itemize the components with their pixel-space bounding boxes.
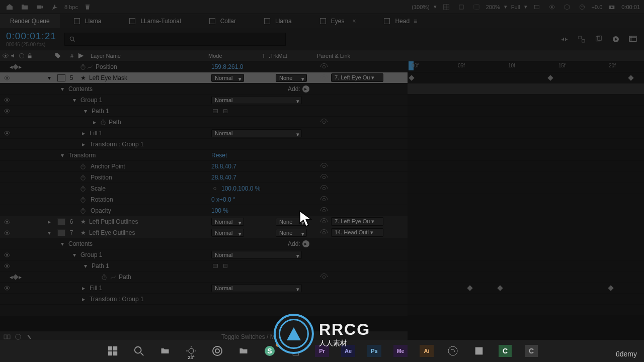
snapshot-icon[interactable]	[606, 3, 617, 12]
t-header[interactable]: T	[259, 53, 269, 59]
twirl-down-icon[interactable]: ▾	[71, 252, 77, 258]
transform-group-label[interactable]: Transform : Group 1	[90, 141, 144, 148]
illustrator-icon[interactable]: Ai	[417, 343, 437, 359]
layer-row-7[interactable]: ▾ 7 ★ Left Eye Outlines Normal▾ None▾ 14…	[0, 227, 408, 238]
path-direction-icon[interactable]	[221, 262, 229, 269]
transform-group-label[interactable]: Transform : Group 1	[90, 296, 144, 303]
zoom2-label[interactable]: 200%	[486, 4, 500, 10]
twirl-down-icon[interactable]: ▾	[83, 263, 89, 269]
keyframe[interactable]	[628, 75, 633, 80]
twirl-right-icon[interactable]: ▸	[92, 119, 98, 125]
layer-label-color[interactable]	[57, 74, 65, 81]
stopwatch-icon[interactable]	[79, 63, 87, 70]
twirl-right-icon[interactable]: ▸	[80, 285, 87, 291]
tab-head[interactable]: Head≡	[370, 14, 431, 28]
chrome-icon[interactable]	[207, 343, 227, 359]
solo-icon[interactable]	[18, 52, 25, 59]
cube-icon[interactable]	[561, 3, 573, 12]
blend-mode-select[interactable]: Normal▾	[211, 251, 302, 259]
eye-icon[interactable]	[4, 218, 11, 225]
trkmat-select[interactable]: None▾	[276, 229, 307, 237]
trkmat-header[interactable]: .TrkMat	[269, 53, 317, 59]
stopwatch-icon[interactable]	[79, 174, 87, 181]
eye-icon[interactable]	[4, 97, 11, 104]
keyframe[interactable]	[608, 285, 613, 291]
twirl-right-icon[interactable]: ▸	[80, 141, 87, 147]
tab-llama-1[interactable]: Llama	[60, 14, 116, 28]
time-ruler[interactable]: 00f 05f 10f 15f 20f	[408, 61, 644, 72]
property-value[interactable]: 100.0,100.0 %	[221, 185, 260, 192]
pickwhip-icon[interactable]	[320, 185, 328, 193]
path1-label[interactable]: Path 1	[92, 262, 109, 269]
twirl-down-icon[interactable]: ▾	[59, 241, 65, 247]
pickwhip-icon[interactable]	[320, 162, 328, 170]
path-label[interactable]: Path	[119, 274, 131, 281]
tab-menu-icon[interactable]: ≡	[414, 18, 417, 25]
graph-icon[interactable]	[110, 274, 117, 281]
lock-icon[interactable]	[26, 52, 33, 59]
grid-icon[interactable]	[441, 3, 452, 12]
add-button[interactable]: ▸	[302, 85, 309, 93]
home-icon[interactable]	[4, 3, 15, 12]
twirl-down-icon[interactable]: ▾	[46, 230, 52, 236]
keyframe[interactable]	[497, 285, 503, 291]
mode-header[interactable]: Mode	[208, 53, 259, 59]
explorer-icon[interactable]	[155, 343, 175, 359]
fill1-label[interactable]: Fill 1	[90, 285, 102, 292]
resolution-label[interactable]: Full	[511, 4, 520, 10]
path-rect-icon[interactable]	[211, 108, 219, 115]
group-label[interactable]: Group 1	[80, 251, 102, 258]
pickwhip-icon[interactable]	[320, 218, 328, 226]
transform-label[interactable]: Transform	[68, 152, 96, 159]
eye-icon[interactable]	[2, 52, 9, 59]
bpc-label[interactable]: 8 bpc	[64, 4, 78, 10]
render-queue-tab[interactable]: Render Queue	[0, 14, 60, 28]
layer-name[interactable]: Left Eye Outlines	[89, 229, 135, 236]
parent-select[interactable]: 7. Left Eye Ou ▾	[331, 217, 383, 226]
view-icon[interactable]	[546, 3, 557, 12]
twirl-right-icon[interactable]: ▸	[46, 219, 52, 225]
timeline[interactable]: 00f 05f 10f 15f 20f	[408, 61, 644, 316]
next-kf-icon[interactable]: ▸	[19, 274, 22, 281]
parent-select[interactable]: 14. Head Outl ▾	[331, 228, 383, 237]
stopwatch-icon[interactable]	[79, 196, 87, 203]
layer-label-color[interactable]	[57, 229, 65, 236]
exposure-label[interactable]: +0.0	[592, 4, 603, 10]
label-icon[interactable]	[77, 52, 85, 59]
twirl-down-icon[interactable]: ▾	[83, 108, 89, 114]
stopwatch-icon[interactable]	[79, 207, 87, 214]
copy-icon[interactable]	[594, 34, 604, 44]
pickwhip-icon[interactable]	[320, 196, 328, 204]
layer-name[interactable]: Left Eye Mask	[89, 74, 127, 81]
search-input[interactable]	[64, 33, 286, 46]
stopwatch-icon[interactable]	[100, 119, 107, 126]
pickwhip-icon[interactable]	[320, 173, 328, 182]
property-value[interactable]: 100 %	[211, 207, 228, 214]
group-label[interactable]: Group 1	[80, 97, 102, 104]
stopwatch-icon[interactable]	[79, 185, 87, 192]
twirl-right-icon[interactable]: ▸	[80, 296, 87, 302]
stopwatch-icon[interactable]	[79, 163, 87, 170]
path-label[interactable]: Path	[109, 119, 121, 126]
parent-header[interactable]: Parent & Link	[317, 53, 392, 59]
app2-icon[interactable]: C	[521, 343, 541, 359]
kf-diamond-icon[interactable]	[13, 274, 18, 280]
draft3d-icon[interactable]	[577, 34, 587, 44]
blend-mode-select[interactable]: Normal▾	[211, 129, 302, 137]
eye-icon[interactable]	[4, 285, 11, 292]
arrow-icon[interactable]	[49, 3, 60, 12]
trash-icon[interactable]	[82, 3, 93, 12]
path1-label[interactable]: Path 1	[92, 108, 109, 115]
audio-icon[interactable]	[10, 52, 17, 59]
mediaencoder-icon[interactable]: Me	[390, 343, 411, 359]
keyframe[interactable]	[467, 285, 472, 291]
blend-mode-select[interactable]: Normal▾	[211, 229, 244, 237]
keyframe[interactable]	[547, 75, 553, 80]
layer-number-header[interactable]: #	[69, 53, 74, 59]
tab-collar[interactable]: Collar	[195, 14, 250, 28]
next-kf-icon[interactable]: ▸	[19, 63, 22, 70]
graph-editor-icon[interactable]	[628, 34, 638, 44]
layer-label-color[interactable]	[57, 218, 65, 225]
eye-icon[interactable]	[4, 74, 11, 81]
twirl-down-icon[interactable]: ▾	[46, 75, 52, 81]
